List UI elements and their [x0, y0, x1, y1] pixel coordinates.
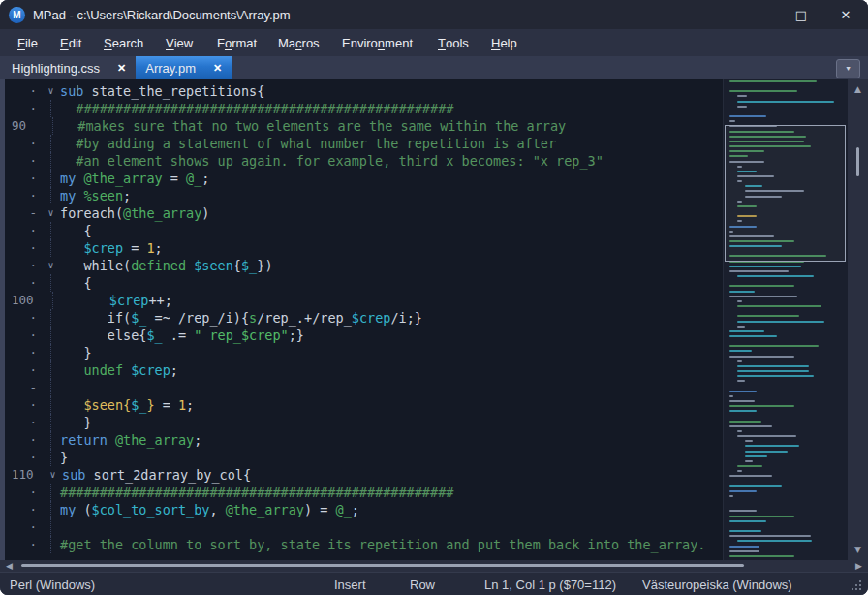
window-controls: – □ ✕ — [734, 0, 868, 29]
status-language: Perl (Windows) — [10, 573, 95, 595]
code-text: my ($col_to_sort_by, @the_array) = @_; — [60, 501, 723, 518]
line-marker: · — [5, 361, 42, 379]
indent-guide — [42, 361, 60, 379]
line-marker: · — [5, 396, 42, 414]
tab-overflow-button[interactable]: ▼ — [836, 59, 860, 78]
chevron-down-icon: ∨ — [47, 207, 53, 218]
app-icon: M — [9, 7, 25, 23]
code-text: #an element shows up again. for example,… — [60, 152, 723, 170]
vertical-scroll-thumb[interactable] — [856, 147, 859, 176]
line-marker: · — [5, 135, 42, 152]
status-encoding: Västeuropeiska (Windows) — [642, 573, 792, 595]
line-marker: - — [5, 204, 42, 222]
code-text: #makes sure that no two elements are the… — [62, 117, 723, 135]
menu-item-edit[interactable]: Edit — [60, 29, 81, 56]
code-line: 90 #makes sure that no two elements are … — [5, 117, 723, 135]
line-number: 90 — [5, 117, 44, 135]
fold-toggle[interactable]: ∨ — [42, 257, 60, 274]
code-line: ·#get the column to sort by, state its r… — [5, 536, 723, 553]
horizontal-scroll-thumb[interactable] — [21, 564, 744, 567]
indent-guide — [42, 536, 60, 553]
indent-guide — [42, 135, 60, 152]
code-text: } — [60, 344, 723, 361]
code-text: ########################################… — [60, 484, 723, 501]
scroll-down-icon[interactable]: ▼ — [848, 545, 868, 554]
tab-highlighting.css[interactable]: Highlighting.css✕ — [2, 56, 136, 79]
maximize-button[interactable]: □ — [779, 0, 823, 29]
code-line: ·my %seen; — [5, 187, 723, 204]
tab-array.pm[interactable]: Array.pm✕ — [136, 56, 232, 79]
scroll-up-icon[interactable]: ▲ — [848, 84, 868, 94]
code-text — [60, 518, 723, 536]
scroll-right-icon[interactable]: ▶ — [855, 560, 862, 572]
indent-guide — [42, 170, 60, 187]
indent-guide — [42, 187, 60, 204]
main-area: ·∨sub state_the_repetitions{· ##########… — [0, 79, 868, 560]
line-marker: · — [5, 518, 42, 536]
code-line: ·∨ while(defined $seen{$_}) — [5, 257, 723, 274]
line-marker: · — [5, 187, 42, 204]
indent-guide — [42, 518, 60, 536]
menu-item-file[interactable]: File — [17, 29, 38, 56]
scroll-left-icon[interactable]: ◀ — [6, 560, 13, 572]
code-text: { — [60, 222, 723, 239]
tab-label: Array.pm — [145, 61, 196, 76]
line-marker: · — [5, 152, 42, 170]
menu-item-environment[interactable]: Environment — [342, 29, 413, 56]
chevron-down-icon: ∨ — [47, 85, 53, 96]
code-line: · if($_ =~ /rep_/i){s/rep_.+/rep_$crep/i… — [5, 309, 723, 327]
indent-guide — [42, 309, 60, 327]
menu-item-help[interactable]: Help — [491, 29, 517, 56]
minimize-button[interactable]: – — [734, 0, 779, 29]
indent-guide — [42, 449, 60, 466]
code-line: · $crep = 1; — [5, 239, 723, 257]
status-insert-mode: Insert — [334, 573, 366, 595]
fold-toggle[interactable]: ∨ — [44, 466, 62, 484]
menu-item-format[interactable]: Format — [217, 29, 257, 56]
line-marker: · — [5, 449, 42, 466]
indent-guide — [42, 239, 60, 257]
code-line: · { — [5, 222, 723, 239]
line-marker: · — [5, 414, 42, 431]
code-text: #get the column to sort by, state its re… — [60, 536, 723, 553]
fold-toggle[interactable]: ∨ — [42, 204, 60, 222]
menu-item-tools[interactable]: Tools — [438, 29, 469, 56]
code-text: #by adding a statement of what number th… — [60, 135, 723, 152]
close-icon[interactable]: ✕ — [117, 62, 126, 75]
indent-guide — [42, 152, 60, 170]
line-marker: · — [5, 327, 42, 344]
line-marker: · — [5, 222, 42, 239]
vertical-scrollbar[interactable]: ▲ ▼ — [848, 79, 868, 560]
indent-guide — [44, 292, 62, 309]
line-marker: · — [5, 100, 42, 117]
indent-guide — [42, 431, 60, 449]
indent-guide — [42, 344, 60, 361]
close-button[interactable]: ✕ — [823, 0, 868, 29]
code-text: $crep++; — [62, 292, 723, 309]
line-marker: · — [5, 274, 42, 292]
code-text: if($_ =~ /rep_/i){s/rep_.+/rep_$crep/i;} — [60, 309, 723, 327]
fold-toggle[interactable]: ∨ — [42, 82, 60, 100]
code-editor[interactable]: ·∨sub state_the_repetitions{· ##########… — [5, 79, 723, 560]
code-line: - — [5, 379, 723, 396]
minimap-viewport[interactable] — [725, 125, 846, 263]
code-text — [60, 379, 723, 396]
tab-label: Highlighting.css — [12, 61, 100, 76]
code-line: · #an element shows up again. for exampl… — [5, 152, 723, 170]
code-text: $crep = 1; — [60, 239, 723, 257]
line-marker: · — [5, 309, 42, 327]
horizontal-scrollbar[interactable]: ◀ ▶ — [0, 560, 868, 572]
indent-guide — [42, 379, 60, 396]
menu-item-search[interactable]: Search — [104, 29, 143, 56]
menu-item-view[interactable]: View — [166, 29, 193, 56]
code-text: while(defined $seen{$_}) — [60, 257, 723, 274]
line-marker: · — [5, 501, 42, 518]
minimap[interactable] — [723, 79, 848, 560]
close-icon[interactable]: ✕ — [213, 62, 222, 75]
resize-grip-icon[interactable] — [852, 580, 862, 591]
line-marker: · — [5, 82, 42, 100]
code-text: undef $crep; — [60, 361, 723, 379]
code-line: · } — [5, 344, 723, 361]
menu-bar: FileEditSearchViewFormatMacrosEnvironmen… — [0, 29, 868, 56]
menu-item-macros[interactable]: Macros — [278, 29, 320, 56]
